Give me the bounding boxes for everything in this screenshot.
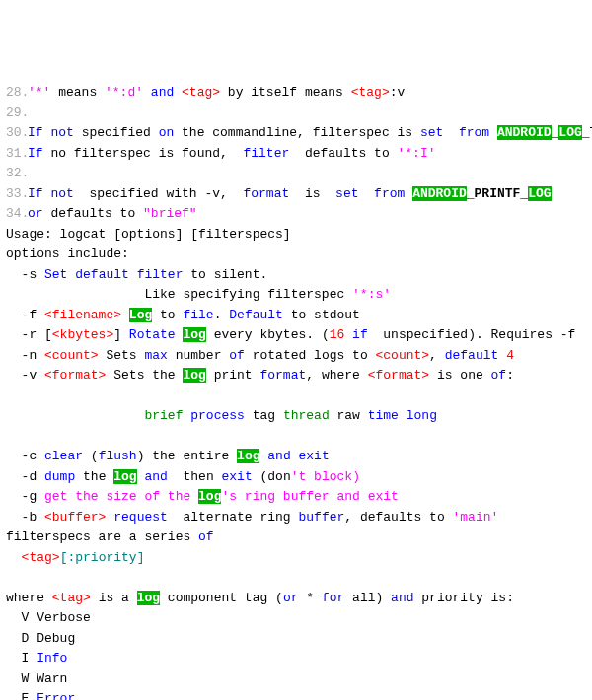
text: means [50, 85, 105, 100]
text: Sets [99, 348, 145, 363]
keyword-set: Set [44, 267, 67, 282]
number: 4 [506, 348, 514, 363]
keyword-request: request [106, 510, 175, 525]
text: print [206, 368, 260, 383]
level-verbose: V Verbose [6, 610, 91, 625]
keyword-of: of [491, 368, 507, 383]
text [121, 308, 129, 322]
tag-buffer: <buffer> [44, 510, 106, 525]
keyword-flush: flush [99, 449, 137, 463]
text: Sets the [106, 368, 183, 383]
format-raw: raw [330, 408, 368, 423]
text: -r [ [6, 327, 52, 342]
keyword-and: and [143, 85, 182, 100]
tag-format: <format> [44, 368, 106, 383]
text: Like specifying filterspec [6, 287, 352, 302]
text: -v [6, 368, 44, 383]
keyword-of: of [198, 529, 214, 544]
code-block: 28.'*' means '*:d' and <tag> by itself m… [6, 83, 586, 700]
highlight-android: ANDROID [412, 186, 467, 201]
keyword-buffer: buffer [298, 510, 344, 525]
keyword-on: on [151, 125, 182, 140]
string-literal: 's ring buffer and exit [221, 489, 398, 504]
tag-literal: <tag> [22, 550, 60, 565]
highlight-log: log [198, 489, 221, 504]
text: -n [6, 348, 44, 363]
text: -c [6, 449, 44, 463]
text: defaults to [297, 146, 397, 161]
keyword-default: Default [229, 308, 283, 322]
keyword-from: from [366, 186, 412, 201]
text: I [6, 651, 37, 665]
text: the commandline, filterspec is [182, 125, 412, 140]
level-warn: W Warn [6, 671, 67, 686]
text: ] [113, 327, 129, 342]
text: is one [429, 368, 490, 383]
text: all) [344, 591, 391, 605]
highlight-log: log [113, 469, 136, 484]
format-brief: brief [144, 408, 183, 423]
string-literal: "brief" [143, 206, 197, 221]
text: is [297, 186, 328, 201]
text: the [75, 469, 113, 484]
text: : [506, 368, 514, 383]
keyword-of: of [229, 348, 245, 363]
text: _PRINTF_ [467, 186, 528, 201]
usage-line: Usage: logcat [options] [filterspecs] [6, 227, 291, 242]
text: to silent. [183, 267, 267, 282]
keyword-if: if [344, 327, 375, 342]
format-thread: thread [283, 408, 330, 423]
line-number: 30. [6, 123, 26, 144]
string-literal: '*:d' [105, 85, 143, 100]
keyword-from: from [451, 125, 497, 140]
text [498, 348, 506, 363]
text: rotated logs to [245, 348, 376, 363]
format-process: process [183, 408, 252, 423]
keyword-clear: clear [44, 449, 83, 463]
line-number: 29. [6, 104, 26, 124]
text: unspecified). Requires -f [376, 327, 576, 342]
keyword-and: and [137, 469, 176, 484]
text [6, 408, 144, 423]
number: 16 [330, 327, 345, 342]
text: (don [253, 469, 291, 484]
keyword-rotate: Rotate [129, 327, 184, 342]
text: _ [582, 125, 590, 140]
text: * [298, 591, 321, 605]
text: -b [6, 510, 44, 525]
tag-format: <format> [368, 368, 429, 383]
text: to [152, 308, 183, 322]
keyword-or: or [283, 591, 299, 605]
keyword-filter: filter [236, 146, 297, 161]
highlight-log: log [237, 449, 259, 463]
keyword-if: If [28, 146, 43, 161]
keyword-format: format [236, 186, 297, 201]
tag-literal: <tag> [182, 85, 220, 100]
text: , where [306, 368, 367, 383]
keyword-dump: dump [44, 469, 75, 484]
highlight-log: LOG [558, 125, 581, 140]
tag-literal: <tag> [52, 591, 91, 605]
highlight-log: log [137, 591, 160, 605]
string-literal: '*:s' [352, 287, 391, 302]
keyword-file: file [183, 308, 213, 322]
text: , defaults to [344, 510, 452, 525]
text: specified with -v, [82, 186, 236, 201]
level-error: Error [37, 691, 75, 700]
string-literal: get the size of the [44, 489, 198, 504]
text: -s [6, 267, 44, 282]
highlight-log: Log [129, 308, 152, 322]
keyword-not: not [43, 125, 82, 140]
keyword-and: and [391, 591, 413, 605]
line-number: 32. [6, 164, 26, 184]
keyword-format: format [259, 368, 306, 383]
text: alternate ring [176, 510, 299, 525]
keyword-if: If [28, 125, 43, 140]
text: then [176, 469, 222, 484]
highlight-log: LOG [528, 186, 551, 201]
text [6, 550, 22, 565]
keyword-default: default [67, 267, 136, 282]
level-debug: D Debug [6, 631, 75, 646]
string-literal: '*' [28, 85, 50, 100]
string-literal: '*:I' [398, 146, 436, 161]
